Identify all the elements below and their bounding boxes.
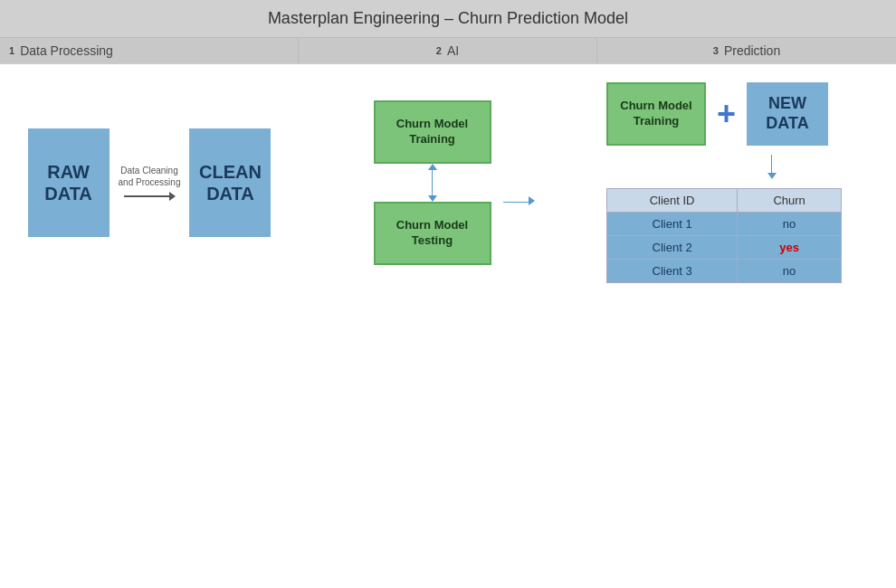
down-arrow [656, 155, 887, 179]
testing-label: Churn ModelTesting [396, 218, 468, 249]
section-1-num: 1 [9, 46, 14, 56]
section-1-label: Data Processing [20, 43, 113, 58]
section-1-header: 1 Data Processing [0, 38, 299, 63]
s3-training-box: Churn ModelTraining [606, 82, 706, 146]
client-3-churn: no [738, 260, 842, 283]
client-2-churn: yes [738, 236, 842, 260]
section-2-label: AI [447, 43, 459, 58]
section-3-header: 3 Prediction [597, 38, 896, 63]
client-1-id: Client 1 [607, 213, 738, 236]
training-label: Churn ModelTraining [396, 117, 468, 147]
down-arrow-head [767, 173, 777, 179]
data-cleaning-arrow: Data Cleaningand Processing [119, 165, 181, 201]
section-2-header: 2 AI [299, 38, 597, 63]
ai-to-prediction-arrow [503, 161, 535, 205]
table-row: Client 1 no [607, 213, 842, 236]
client-3-id: Client 3 [607, 260, 738, 283]
ai-boxes: Churn ModelTraining Churn ModelTesting [374, 100, 491, 265]
churn-model-testing-box: Churn ModelTesting [374, 202, 491, 265]
double-arrow-container [428, 164, 437, 202]
cleaning-label: Data Cleaningand Processing [119, 165, 181, 188]
col-churn: Churn [738, 189, 842, 213]
churn-model-training-box: Churn ModelTraining [374, 100, 491, 164]
section-2-num: 2 [436, 46, 442, 56]
clean-data-box: CLEAN DATA [189, 128, 271, 237]
raw-data-box: RAW DATA [28, 128, 110, 237]
client-1-churn: no [738, 213, 842, 236]
section-1-content: RAW DATA Data Cleaningand Processing CLE… [0, 64, 299, 301]
new-data-box: NEW DATA [747, 82, 828, 146]
arrow-body [124, 195, 169, 197]
double-arrow-line [432, 170, 434, 195]
section-3-content: Churn ModelTraining + NEW DATA Client ID… [597, 64, 896, 301]
down-arrow-head [428, 195, 437, 202]
ai-arrow-head [529, 196, 535, 205]
page-title: Masterplan Engineering – Churn Predictio… [0, 0, 896, 38]
plus-icon: + [717, 95, 736, 133]
down-arrow-line [771, 155, 773, 173]
table-row: Client 3 no [607, 260, 842, 283]
arrow-head [169, 192, 176, 201]
up-arrow-head [428, 164, 437, 170]
right-arrow [124, 192, 176, 201]
s3-training-label: Churn ModelTraining [620, 99, 691, 129]
section-3-num: 3 [713, 46, 719, 56]
main-content: RAW DATA Data Cleaningand Processing CLE… [0, 64, 896, 301]
table-row: Client 2 yes [607, 236, 842, 260]
section-3-label: Prediction [724, 43, 780, 58]
prediction-table: Client ID Churn Client 1 no Client 2 yes… [606, 188, 842, 283]
prediction-top-row: Churn ModelTraining + NEW DATA [606, 82, 887, 146]
ai-arrow-line [503, 202, 529, 204]
col-client-id: Client ID [607, 189, 738, 213]
section-2-content: Churn ModelTraining Churn ModelTesting [299, 64, 597, 301]
client-2-id: Client 2 [607, 236, 738, 260]
